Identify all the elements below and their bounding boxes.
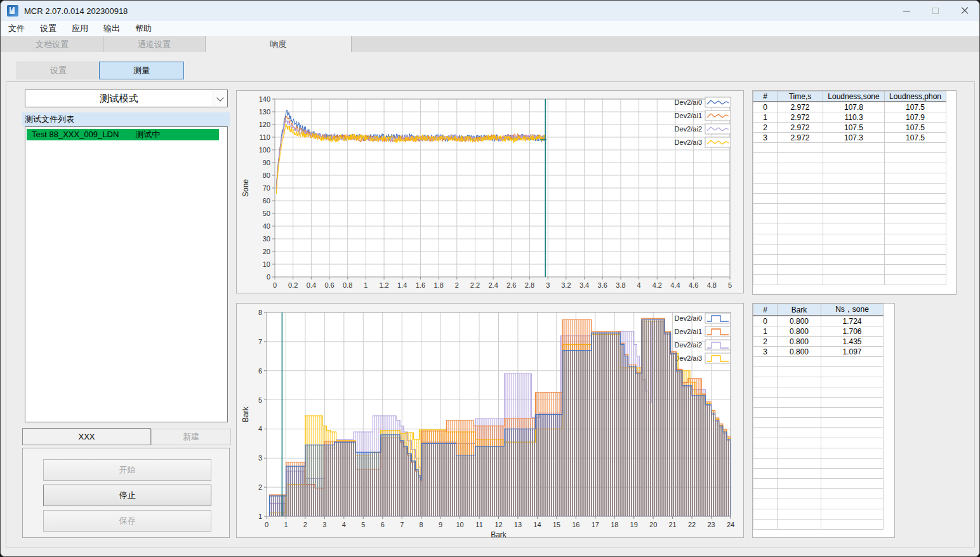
file-list-item[interactable]: Test 88_XXX_009_LDN测试中 [27, 129, 219, 140]
table-header-row: #BarkNs，sone [753, 304, 895, 316]
column-header: Time,s [778, 91, 823, 102]
minimize-button[interactable] [892, 1, 921, 21]
table-row[interactable] [753, 469, 895, 479]
svg-text:18: 18 [611, 521, 618, 528]
svg-text:3.2: 3.2 [561, 281, 571, 289]
table-row[interactable] [753, 489, 895, 499]
menu-item-help[interactable]: 帮助 [128, 21, 159, 36]
combo-dropdown-button[interactable] [213, 91, 227, 106]
loudness-time-chart[interactable]: 00.20.40.60.811.21.41.61.822.22.42.62.83… [237, 91, 743, 293]
legend-label: Dev2/ai2 [675, 341, 702, 349]
svg-text:1: 1 [258, 513, 262, 520]
gutter [946, 173, 957, 184]
table-row[interactable]: 10.8001.706 [753, 326, 895, 337]
table-row[interactable] [753, 245, 957, 255]
view-measure-button[interactable]: 测量 [99, 62, 184, 79]
xxx-button[interactable]: XXX [22, 428, 151, 445]
stop-button[interactable]: 停止 [43, 485, 211, 506]
table-row[interactable] [753, 509, 895, 520]
gutter [946, 123, 957, 133]
column-header: # [753, 304, 778, 316]
svg-text:3: 3 [258, 454, 262, 462]
gutter [946, 153, 957, 163]
save-button[interactable]: 保存 [43, 510, 211, 532]
gutter [884, 469, 895, 479]
table-cell [753, 520, 778, 530]
table-row[interactable]: 30.8001.097 [753, 347, 895, 357]
tab-channel-settings[interactable]: 通道设置 [103, 36, 205, 52]
gutter [884, 316, 895, 326]
table-row[interactable] [753, 357, 895, 367]
table-row[interactable] [753, 224, 957, 234]
table-cell: 2.972 [778, 102, 823, 112]
table-row[interactable]: 02.972107.8107.5 [753, 102, 957, 112]
table-row[interactable]: 22.972107.5107.5 [753, 123, 957, 133]
table-row[interactable] [753, 448, 895, 459]
table-row[interactable] [753, 153, 957, 163]
table-row[interactable] [753, 438, 895, 448]
table-row[interactable] [753, 194, 957, 204]
svg-text:6: 6 [381, 521, 385, 528]
content-area: 设置 测量 测试模式 测试文件列表 Test 88_XXX_009_LDN测试中… [1, 52, 979, 557]
table-cell [885, 275, 946, 285]
new-button[interactable]: 新建 [151, 429, 231, 445]
svg-text:50: 50 [263, 210, 270, 217]
table-row[interactable]: 00.8001.724 [753, 316, 895, 326]
svg-text:0.4: 0.4 [307, 281, 316, 289]
table-row[interactable] [753, 398, 895, 408]
table-row[interactable] [753, 184, 957, 194]
svg-text:12: 12 [494, 521, 502, 528]
svg-text:7: 7 [258, 338, 262, 346]
gutter [946, 133, 957, 143]
table-row[interactable] [753, 520, 895, 530]
table-row[interactable] [753, 255, 957, 265]
table-row[interactable] [753, 418, 895, 428]
table-row[interactable] [753, 234, 957, 245]
table-row[interactable] [753, 214, 957, 224]
table-cell: 2 [753, 123, 778, 133]
menu-item-output[interactable]: 输出 [96, 21, 128, 36]
test-mode-select[interactable]: 测试模式 [25, 90, 228, 107]
table-row[interactable] [753, 479, 895, 489]
table-row[interactable] [753, 367, 895, 377]
table-row[interactable] [753, 275, 957, 285]
menu-item-apply[interactable]: 应用 [64, 21, 96, 36]
svg-text:4: 4 [258, 425, 262, 433]
table-row[interactable] [753, 408, 895, 418]
table-row[interactable]: 12.972110.3107.9 [753, 112, 957, 123]
table-row[interactable] [753, 204, 957, 214]
table-row[interactable] [753, 499, 895, 509]
table-row[interactable] [753, 459, 895, 469]
svg-text:21: 21 [669, 521, 677, 528]
table-row[interactable] [753, 377, 895, 387]
table-row[interactable] [753, 143, 957, 153]
menu-item-settings[interactable]: 设置 [32, 21, 64, 36]
svg-text:100: 100 [259, 146, 270, 154]
start-button[interactable]: 开始 [43, 459, 211, 481]
table-cell [778, 214, 823, 224]
table-row[interactable]: 20.8001.435 [753, 337, 895, 347]
tab-document-settings[interactable]: 文档设置 [1, 36, 104, 52]
table-cell [753, 224, 778, 234]
table-row[interactable] [753, 173, 957, 184]
close-button[interactable] [950, 1, 979, 21]
specific-loudness-bark-chart[interactable]: 0123456789101112131415161718192021222324… [237, 304, 743, 537]
menu-item-file[interactable]: 文件 [1, 21, 32, 36]
table-row[interactable] [753, 265, 957, 275]
table-row[interactable] [753, 387, 895, 398]
table-cell: 2 [753, 337, 778, 347]
gutter [884, 459, 895, 469]
view-settings-button[interactable]: 设置 [17, 62, 100, 79]
table-row[interactable] [753, 163, 957, 173]
table-cell [753, 265, 778, 275]
svg-text:2: 2 [455, 281, 459, 289]
svg-text:5: 5 [361, 521, 365, 528]
table-row[interactable] [753, 428, 895, 438]
maximize-button[interactable] [921, 1, 950, 21]
svg-text:140: 140 [259, 95, 270, 103]
table-row[interactable]: 32.972107.3107.5 [753, 133, 957, 143]
file-list[interactable]: Test 88_XXX_009_LDN测试中 [25, 126, 228, 422]
table-cell [778, 509, 821, 520]
tab-loudness[interactable]: 响度 [205, 36, 352, 52]
table-cell [753, 459, 778, 469]
